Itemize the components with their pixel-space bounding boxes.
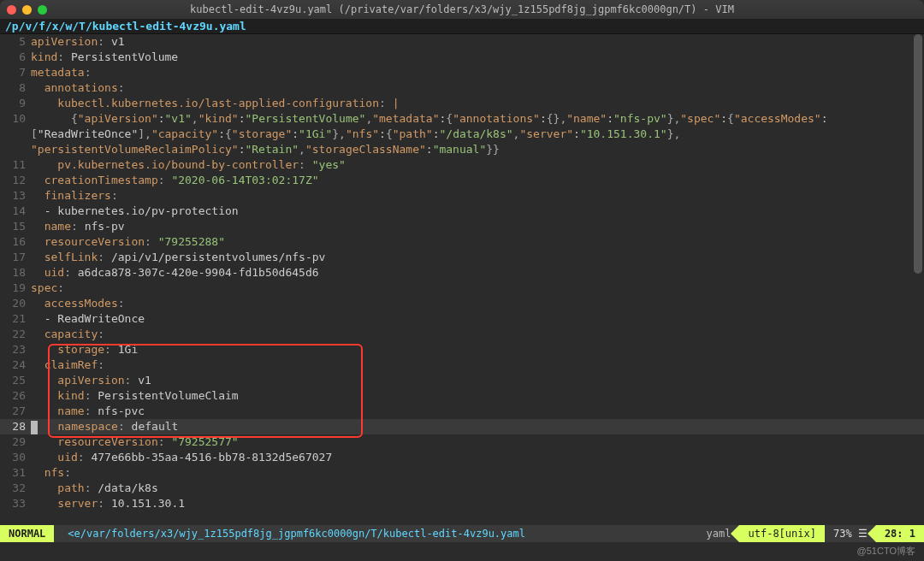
vim-path-text: /p/v/f/x/w/T/kubectl-edit-4vz9u.yaml [5, 20, 246, 32]
code-line: 33 server: 10.151.30.1 [0, 496, 924, 511]
watermark-text: @51CTO博客 [857, 545, 915, 558]
code-line: 26 kind: PersistentVolumeClaim [0, 388, 924, 404]
code-line: 20 accessModes: [0, 296, 924, 311]
code-line: 16 resourceVersion: "79255288" [0, 234, 924, 250]
code-line: 12 creationTimestamp: "2020-06-14T03:02:… [0, 173, 924, 188]
code-line: 5apiVersion: v1 [0, 34, 924, 50]
code-line: 32 path: /data/k8s [0, 481, 924, 496]
code-line: 10 {"apiVersion":"v1","kind":"Persistent… [0, 111, 924, 127]
editor-area[interactable]: 5apiVersion: v1 6kind: PersistentVolume … [0, 34, 924, 511]
vim-path-bar: /p/v/f/x/w/T/kubectl-edit-4vz9u.yaml [0, 19, 924, 34]
code-line: ["ReadWriteOnce"],"capacity":{"storage":… [0, 127, 924, 142]
window-titlebar: kubectl-edit-4vz9u.yaml (/private/var/fo… [0, 0, 924, 19]
vim-position-segment: 28: 1 [876, 525, 924, 542]
code-line: 9 kubectl.kubernetes.io/last-applied-con… [0, 96, 924, 111]
code-line-current: 28 namespace: default [0, 419, 924, 434]
cursor-block [31, 421, 38, 434]
vim-encoding-segment: utf-8[unix] [739, 525, 824, 542]
code-line: 8 annotations: [0, 80, 924, 96]
code-line: 6kind: PersistentVolume [0, 50, 924, 65]
code-line: 29 resourceVersion: "79252577" [0, 434, 924, 450]
code-line: 11 pv.kubernetes.io/bound-by-controller:… [0, 157, 924, 173]
code-line: 15 name: nfs-pv [0, 219, 924, 234]
code-line: 19spec: [0, 280, 924, 296]
code-line: 31 nfs: [0, 465, 924, 481]
code-line: 24 claimRef: [0, 357, 924, 373]
code-line: 25 apiVersion: v1 [0, 373, 924, 388]
vim-status-line: NORMAL <e/var/folders/x3/wjy_1z155pdf8jg… [0, 525, 924, 542]
window-title: kubectl-edit-4vz9u.yaml (/private/var/fo… [0, 3, 924, 15]
code-line: 14 - kubernetes.io/pv-protection [0, 204, 924, 219]
code-line: 17 selfLink: /api/v1/persistentvolumes/n… [0, 250, 924, 265]
code-line: 23 storage: 1Gi [0, 342, 924, 357]
code-line: 7metadata: [0, 65, 924, 80]
code-line: 22 capacity: [0, 327, 924, 342]
code-line: "persistentVolumeReclaimPolicy":"Retain"… [0, 142, 924, 157]
code-line: 30 uid: 477e66bb-35aa-4516-bb78-8132d5e6… [0, 450, 924, 465]
code-line: 21 - ReadWriteOnce [0, 311, 924, 327]
scrollbar-thumb[interactable] [914, 34, 922, 274]
code-line: 18 uid: a6dca878-307c-420e-9904-fd1b50d6… [0, 265, 924, 280]
editor-scrollbar[interactable] [914, 34, 922, 513]
vim-mode-indicator: NORMAL [0, 525, 54, 542]
code-line: 27 name: nfs-pvc [0, 404, 924, 419]
code-line: 13 finalizers: [0, 188, 924, 204]
vim-file-segment: <e/var/folders/x3/wjy_1z155pdf8jg_jgpmf6… [54, 525, 697, 542]
